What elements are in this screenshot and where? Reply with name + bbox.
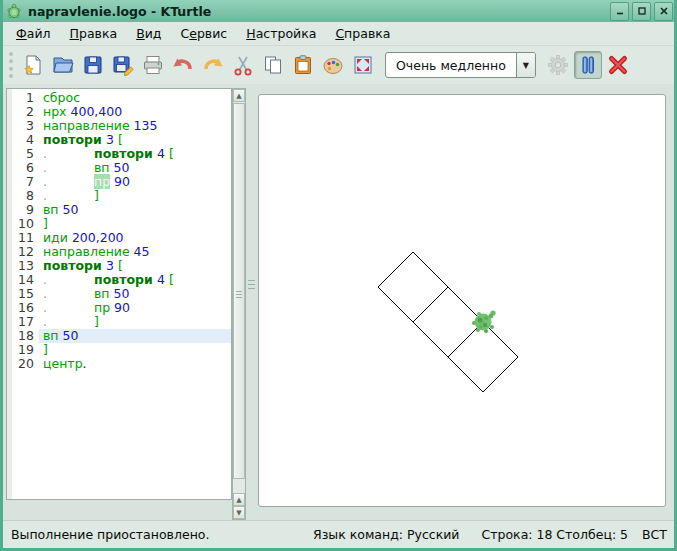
redo-icon [201,53,225,77]
code-line-15[interactable]: 15.вп 50 [12,287,231,301]
line-content[interactable]: .вп 50 [39,161,231,175]
line-content[interactable]: направление 45 [39,245,231,259]
speed-select[interactable]: Очень медленно ▼ [385,52,536,78]
line-number: 17 [12,315,39,329]
code-line-20[interactable]: 20центр. [12,357,231,371]
code-line-3[interactable]: 3направление 135 [12,119,231,133]
copy-icon [261,53,285,77]
editor-vertical-scrollbar[interactable]: ▲ ▲ ▼ [232,88,246,520]
line-number: 14 [12,273,39,287]
execute-button[interactable] [544,51,572,79]
print-icon [141,53,165,77]
line-content[interactable]: .повтори 4 [ [39,147,231,161]
code-line-17[interactable]: 17.] [12,315,231,329]
line-content[interactable]: ] [39,343,231,357]
line-content[interactable]: сброс [39,91,231,105]
pause-button[interactable] [574,51,602,79]
code-line-11[interactable]: 11иди 200,200 [12,231,231,245]
line-content[interactable]: вп 50 [39,329,231,343]
line-content[interactable]: .вп 50 [39,287,231,301]
toolbar-drag-handle[interactable] [9,52,13,78]
code-line-13[interactable]: 13повтори 3 [ [12,259,231,273]
paste-button[interactable] [289,51,317,79]
code-line-5[interactable]: 5.повтори 4 [ [12,147,231,161]
line-content[interactable]: повтори 3 [ [39,259,231,273]
menu-help[interactable]: Справка [328,24,397,43]
line-content[interactable]: иди 200,200 [39,231,231,245]
line-number: 6 [12,161,39,175]
code-line-19[interactable]: 19] [12,343,231,357]
stop-icon [606,53,630,77]
stop-button[interactable] [604,51,632,79]
line-content[interactable]: нрх 400,400 [39,105,231,119]
line-content[interactable]: .пр 90 [39,301,231,315]
line-number: 3 [12,119,39,133]
line-number: 7 [12,175,39,189]
line-content[interactable]: .] [39,189,231,203]
menu-tools[interactable]: Сервис [173,24,234,43]
execute-icon [546,53,570,77]
close-button[interactable] [654,2,673,21]
new-file-button[interactable] [19,51,47,79]
code-line-2[interactable]: 2нрх 400,400 [12,105,231,119]
code-line-6[interactable]: 6.вп 50 [12,161,231,175]
save-as-button[interactable] [109,51,137,79]
line-content[interactable]: .повтори 4 [ [39,273,231,287]
copy-button[interactable] [259,51,287,79]
panel-splitter[interactable] [246,88,258,520]
scrollbar-thumb[interactable] [233,103,245,479]
menu-settings[interactable]: Настройка [239,24,323,43]
paste-icon [291,53,315,77]
status-insert-mode: ВСТ [642,527,667,542]
menu-view[interactable]: Вид [129,24,168,43]
code-line-14[interactable]: 14.повтори 4 [ [12,273,231,287]
statusbar: Выполнение приостановлено. Язык команд: … [3,520,674,548]
code-line-8[interactable]: 8.] [12,189,231,203]
redo-button[interactable] [199,51,227,79]
line-content[interactable]: .] [39,315,231,329]
chevron-down-icon[interactable]: ▼ [516,53,535,77]
open-file-button[interactable] [49,51,77,79]
undo-icon [171,53,195,77]
turtle-canvas [258,94,666,507]
line-content[interactable]: вп 50 [39,203,231,217]
code-line-4[interactable]: 4повтори 3 [ [12,133,231,147]
menu-edit[interactable]: Правка [63,24,125,43]
code-lines: 1сброс2нрх 400,4003направление 1354повто… [12,91,231,371]
drawn-square-1 [378,252,448,322]
print-button[interactable] [139,51,167,79]
line-content[interactable]: направление 135 [39,119,231,133]
line-content[interactable]: повтори 3 [ [39,133,231,147]
code-line-7[interactable]: 7.пр 90 [12,175,231,189]
line-number: 11 [12,231,39,245]
code-line-18[interactable]: 18вп 50 [12,329,231,343]
status-message: Выполнение приостановлено. [3,527,313,542]
fullscreen-button[interactable] [349,51,377,79]
code-line-10[interactable]: 10] [12,217,231,231]
line-number: 5 [12,147,39,161]
kturtle-window: napravlenie.logo - KTurtle ФайлПравкаВид… [0,0,677,551]
scroll-down-icon[interactable]: ▼ [233,506,245,519]
line-number: 8 [12,189,39,203]
drawn-square-3 [448,322,518,392]
scroll-up-icon[interactable]: ▲ [233,89,245,102]
minimize-button[interactable] [610,2,629,21]
code-editor[interactable]: 1сброс2нрх 400,4003направление 1354повто… [6,88,232,500]
undo-button[interactable] [169,51,197,79]
new-file-icon [21,53,45,77]
scroll-up2-icon[interactable]: ▲ [233,493,245,506]
code-line-12[interactable]: 12направление 45 [12,245,231,259]
line-content[interactable]: центр. [39,357,231,371]
color-picker-button[interactable] [319,51,347,79]
line-number: 15 [12,287,39,301]
line-content[interactable]: ] [39,217,231,231]
cut-button[interactable] [229,51,257,79]
code-line-1[interactable]: 1сброс [12,91,231,105]
maximize-button[interactable] [632,2,651,21]
code-line-16[interactable]: 16.пр 90 [12,301,231,315]
line-number: 13 [12,259,39,273]
line-content[interactable]: .пр 90 [39,175,231,189]
menu-file[interactable]: Файл [9,24,58,43]
save-file-button[interactable] [79,51,107,79]
code-line-9[interactable]: 9вп 50 [12,203,231,217]
